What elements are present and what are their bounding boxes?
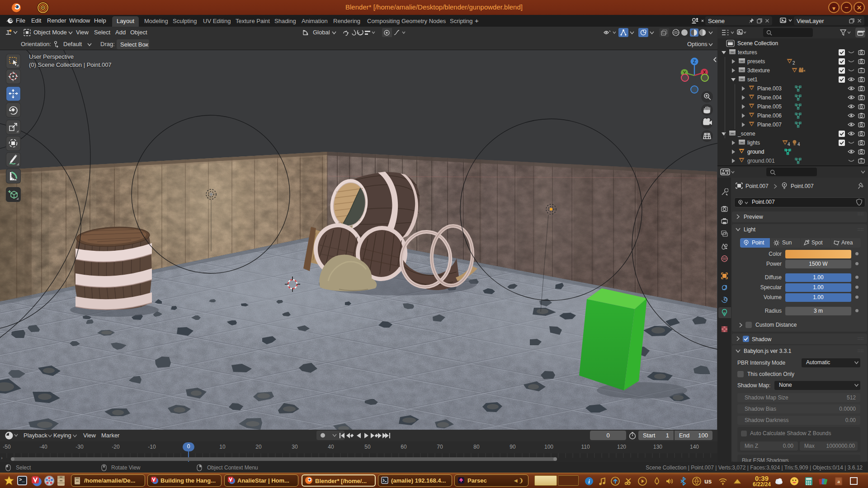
svg-text:a: a <box>837 479 840 484</box>
svg-text:i: i <box>588 478 590 485</box>
